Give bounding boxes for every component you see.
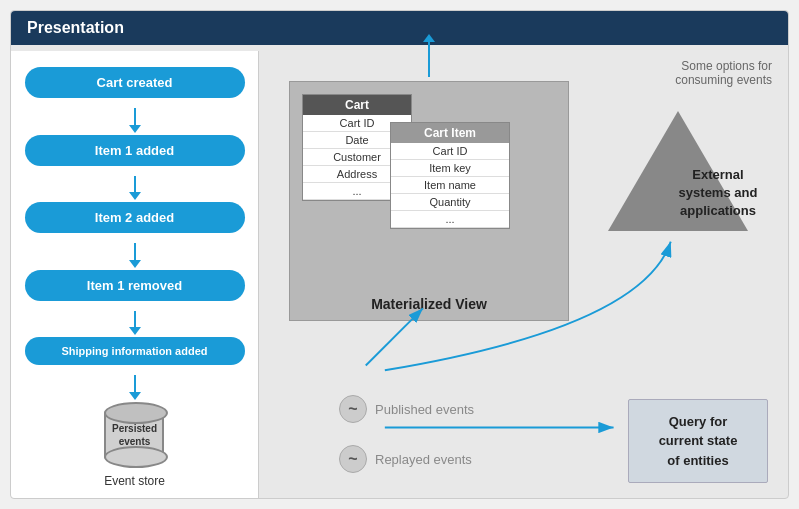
ci-row-itemname: Item name xyxy=(391,177,509,194)
event-store-container: Persisted events Event store xyxy=(104,410,165,488)
published-tilde: ~ xyxy=(339,395,367,423)
main-container: Presentation Cart created Item 1 added I… xyxy=(10,10,789,499)
arrow-down-5 xyxy=(134,375,136,392)
mat-view-label: Materialized View xyxy=(290,296,568,312)
replayed-tilde: ~ xyxy=(339,445,367,473)
ci-row-quantity: Quantity xyxy=(391,194,509,211)
ci-row-itemkey: Item key xyxy=(391,160,509,177)
external-label: External systems and applications xyxy=(658,166,778,221)
replayed-events-label: Replayed events xyxy=(375,452,472,467)
presentation-label: Presentation xyxy=(27,19,124,36)
replayed-events-row: ~ Replayed events xyxy=(339,445,472,473)
ci-row-cartid: Cart ID xyxy=(391,143,509,160)
materialized-view-container: Cart Cart ID Date Customer Address ... C… xyxy=(289,81,569,321)
cylinder: Persisted events xyxy=(104,410,164,460)
arrow-down-3 xyxy=(134,243,136,260)
event-store-label: Event store xyxy=(104,474,165,488)
arrow-down-1 xyxy=(134,108,136,125)
event-item2-added: Item 2 added xyxy=(25,202,245,233)
presentation-bar: Presentation xyxy=(11,11,788,45)
cart-item-header: Cart Item xyxy=(391,123,509,143)
arrow-up-mat xyxy=(428,42,430,77)
cylinder-label: Persisted events xyxy=(112,422,157,448)
arrow-down-2 xyxy=(134,176,136,193)
left-panel: Cart created Item 1 added Item 2 added I… xyxy=(11,51,259,498)
ci-row-dots: ... xyxy=(391,211,509,228)
cart-table-header: Cart xyxy=(303,95,411,115)
query-box: Query for current state of entities xyxy=(628,399,768,484)
event-item1-added: Item 1 added xyxy=(25,135,245,166)
event-cart-created: Cart created xyxy=(25,67,245,98)
arrow-down-4 xyxy=(134,311,136,328)
published-events-row: ~ Published events xyxy=(339,395,474,423)
right-area: Some options for consuming events Cart C… xyxy=(259,51,788,498)
published-events-label: Published events xyxy=(375,402,474,417)
cart-item-table: Cart Item Cart ID Item key Item name Qua… xyxy=(390,122,510,229)
event-item1-removed: Item 1 removed xyxy=(25,270,245,301)
event-shipping-added: Shipping information added xyxy=(25,337,245,365)
some-options-text: Some options for consuming events xyxy=(675,59,772,87)
